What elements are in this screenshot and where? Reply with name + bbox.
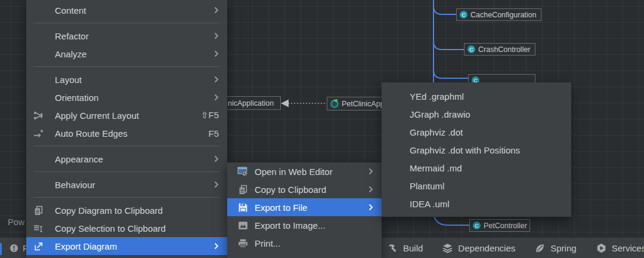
diagram-node[interactable]: C PetController	[469, 219, 530, 232]
node-label: CacheConfiguration	[470, 11, 537, 19]
powered-by-watermark: Pow	[8, 217, 24, 227]
spring-boot-run-icon	[330, 100, 339, 108]
node-label: nicApplication	[228, 99, 274, 108]
node-label: PetClinicAppl	[342, 100, 383, 108]
menu-item-plantuml[interactable]: Plantuml	[382, 177, 571, 195]
shortcut-label: F5	[208, 128, 219, 139]
save-icon	[237, 202, 249, 213]
menu-item-layout[interactable]: Layout	[26, 70, 227, 88]
toolwindow-services[interactable]: Services	[596, 243, 644, 253]
export-format-submenu: YEd .graphml JGraph .drawio Graphviz .do…	[382, 82, 571, 217]
problems-icon[interactable]	[10, 244, 18, 253]
node-label: CrashController	[478, 45, 531, 54]
chevron-right-icon	[369, 204, 373, 211]
background-selection-sliver	[0, 243, 2, 255]
menu-item-orientation[interactable]: Orientation	[26, 88, 227, 106]
menu-separator	[33, 23, 220, 23]
menu-separator	[33, 146, 220, 146]
apply-layout-icon	[31, 110, 45, 121]
chevron-right-icon	[214, 7, 219, 14]
menu-item-export-to-image[interactable]: Export to Image...	[227, 216, 382, 234]
chevron-right-icon	[214, 242, 219, 250]
chevron-right-icon	[214, 155, 219, 162]
copy-selection-icon	[31, 223, 45, 234]
menu-item-analyze[interactable]: Analyze	[26, 45, 227, 63]
class-icon: C	[460, 11, 467, 19]
menu-item-apply-current-layout[interactable]: Apply Current Layout ⇧F5	[26, 106, 227, 124]
menu-item-copy-selection-to-clipboard[interactable]: Copy Selection to Clipboard	[26, 219, 227, 237]
auto-route-icon	[31, 128, 45, 139]
toolwindow-build[interactable]: Build	[388, 243, 423, 253]
copy-icon	[237, 185, 249, 195]
menu-item-export-to-file[interactable]: Export to File	[227, 198, 382, 216]
chevron-right-icon	[214, 94, 219, 101]
menu-item-behaviour[interactable]: Behaviour	[26, 176, 227, 194]
leaf-icon	[535, 243, 545, 253]
diagram-node[interactable]: C CrashController	[464, 43, 535, 56]
export-diagram-submenu: Open in Web Editor Copy to Clipboard	[227, 162, 382, 258]
services-icon	[596, 243, 606, 253]
copy-icon	[31, 205, 45, 216]
shortcut-label: ⇧F5	[201, 110, 219, 121]
chevron-right-icon	[214, 181, 219, 188]
layers-icon	[442, 243, 453, 253]
menu-item-graphviz-dot[interactable]: Graphviz .dot	[382, 123, 571, 141]
printer-icon	[237, 238, 249, 248]
menu-item-idea-uml[interactable]: IDEA .uml	[382, 195, 571, 213]
hammer-icon	[388, 243, 398, 253]
menu-item-refactor[interactable]: Refactor	[26, 27, 227, 45]
menu-item-copy-diagram-to-clipboard[interactable]: Copy Diagram to Clipboard	[26, 201, 227, 219]
menu-item-yed-graphml[interactable]: YEd .graphml	[382, 87, 571, 105]
menu-item-appearance[interactable]: Appearance	[26, 150, 227, 168]
menu-item-export-diagram[interactable]: Export Diagram	[26, 237, 227, 255]
menu-item-print[interactable]: Print...	[227, 234, 382, 252]
diagram-node[interactable]: C CacheConfiguration	[456, 8, 541, 21]
image-icon	[237, 220, 249, 231]
class-icon: C	[473, 222, 481, 229]
diagram-context-menu: Content Refactor Analyze Layout Orientat…	[26, 0, 227, 258]
chevron-right-icon	[214, 32, 219, 39]
class-icon: C	[467, 45, 475, 53]
web-editor-icon	[237, 166, 249, 177]
menu-separator	[33, 197, 220, 198]
menu-item-open-in-web-editor[interactable]: Open in Web Editor	[227, 162, 382, 180]
menu-item-graphviz-dot-with-positions[interactable]: Graphviz .dot with Positions	[382, 141, 571, 159]
diagram-node[interactable]: PetClinicAppl	[327, 97, 383, 110]
menu-item-content[interactable]: Content	[26, 1, 227, 19]
chevron-right-icon	[214, 50, 219, 57]
menu-separator	[33, 171, 220, 172]
toolwindow-dependencies[interactable]: Dependencies	[442, 243, 515, 253]
chevron-right-icon	[214, 76, 219, 83]
toolwindow-spring[interactable]: Spring	[535, 243, 576, 253]
menu-item-jgraph-drawio[interactable]: JGraph .drawio	[382, 105, 571, 123]
chevron-right-icon	[369, 168, 373, 175]
diagram-node[interactable]: nicApplication	[224, 96, 281, 110]
menu-item-copy-to-clipboard[interactable]: Copy to Clipboard	[227, 180, 382, 198]
chevron-right-icon	[369, 186, 373, 193]
export-diagram-icon	[31, 241, 45, 251]
node-label: PetController	[484, 222, 527, 230]
menu-item-auto-route-edges[interactable]: Auto Route Edges F5	[26, 124, 227, 142]
menu-separator	[33, 66, 220, 67]
menu-item-mermaid-md[interactable]: Mermaid .md	[382, 159, 571, 177]
